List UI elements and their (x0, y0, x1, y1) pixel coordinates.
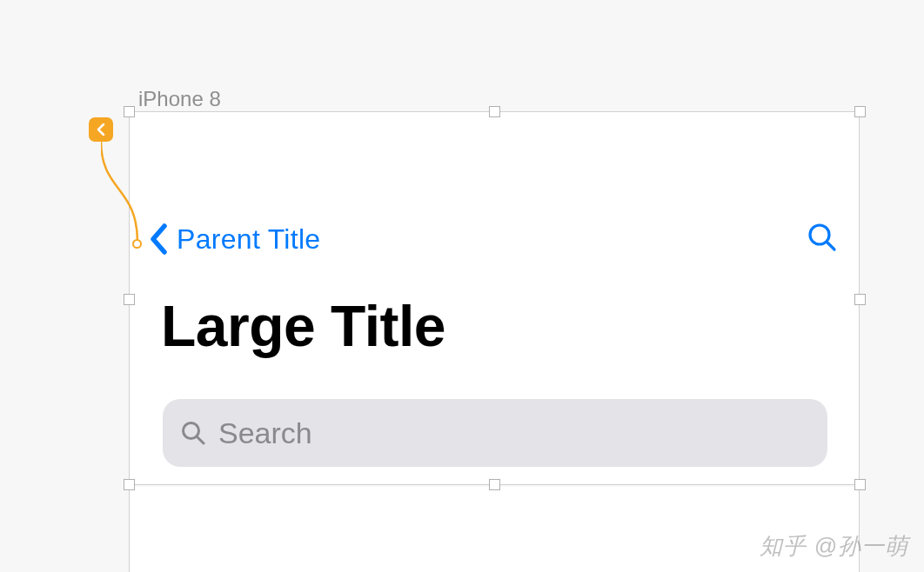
selection-handle[interactable] (124, 294, 135, 305)
search-button[interactable] (807, 222, 838, 256)
svg-line-1 (827, 243, 834, 249)
large-title: Large Title (161, 293, 445, 359)
selection-handle[interactable] (854, 106, 866, 117)
selection-handle[interactable] (489, 106, 500, 117)
search-field[interactable]: Search (163, 399, 827, 467)
interface-builder-scene[interactable]: Parent Title Large Title Search (129, 111, 860, 485)
watermark: 知乎 @孙一萌 (760, 531, 908, 562)
chevron-left-icon (97, 123, 105, 136)
selection-handle[interactable] (854, 294, 866, 305)
scene-collapse-toggle[interactable] (89, 117, 113, 142)
navigation-bar: Parent Title (130, 215, 859, 263)
selection-handle[interactable] (854, 479, 866, 490)
selection-handle[interactable] (124, 106, 135, 117)
search-placeholder: Search (218, 416, 312, 450)
back-button-label: Parent Title (177, 223, 320, 256)
search-icon (807, 222, 838, 256)
svg-point-2 (184, 423, 199, 439)
scene-content-area (129, 487, 860, 572)
selection-handle[interactable] (124, 479, 135, 490)
device-label: iPhone 8 (138, 87, 221, 111)
back-button[interactable]: Parent Title (149, 223, 320, 256)
selection-handle[interactable] (489, 479, 500, 490)
svg-point-0 (810, 225, 829, 244)
svg-line-3 (198, 437, 204, 443)
segue-endpoint[interactable] (132, 239, 142, 249)
chevron-left-icon (149, 223, 168, 255)
search-icon (180, 420, 206, 446)
